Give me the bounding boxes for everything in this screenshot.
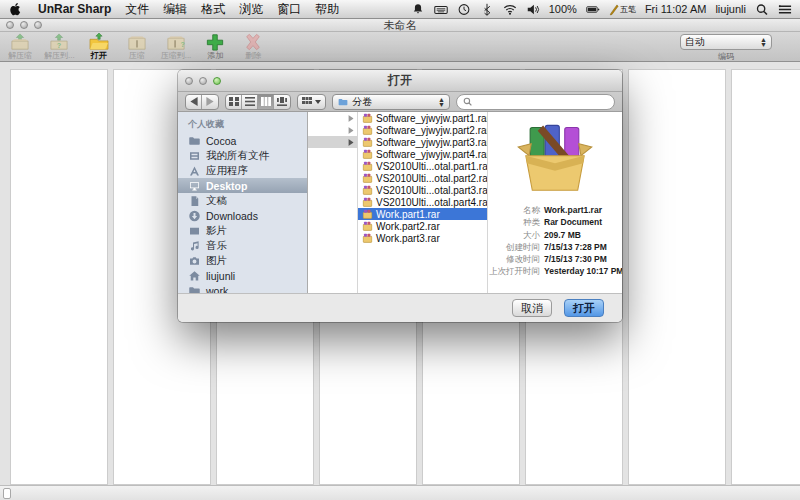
extract-to-button[interactable]: ? 解压到... [44,33,75,60]
file-row[interactable]: VS2010Ulti...otal.part2.rar [358,172,487,184]
menu-item-help[interactable]: 帮助 [315,1,339,18]
file-name: Software_yjwyjw.part2.rar [376,125,488,136]
file-name: VS2010Ulti...otal.part1.rar [376,161,488,172]
extract-button[interactable]: 解压缩 [6,33,34,60]
notification-center-icon[interactable] [778,3,792,16]
menu-item-file[interactable]: 文件 [125,1,149,18]
sidebar-item[interactable]: 文稿 [178,193,307,208]
wifi-icon[interactable] [503,3,517,16]
sidebar-item[interactable]: liujunli [178,268,307,283]
spotlight-search-icon[interactable] [755,3,769,16]
bluetooth-icon[interactable] [480,3,494,16]
forward-button[interactable] [202,95,218,109]
sidebar-item[interactable]: 应用程序 [178,163,307,178]
chevron-right-icon [348,115,354,122]
apple-icon[interactable] [8,3,22,16]
search-input[interactable] [475,96,608,107]
rar-file-icon [362,221,373,231]
menu-item-view[interactable]: 浏览 [239,1,263,18]
chevron-right-icon [348,127,354,134]
battery-icon[interactable] [586,3,600,16]
sidebar-item[interactable]: Cocoa [178,133,307,148]
rar-file-icon [362,113,373,123]
file-row[interactable]: VS2010Ulti...otal.part3.rar [358,184,487,196]
file-info-row: 上次打开时间 Yesterday 10:17 PM [488,265,622,277]
movies-icon [188,225,201,237]
parent-folder-row[interactable] [308,112,357,124]
input-method-label: 五笔 [620,4,636,15]
info-value: 7/15/13 7:30 PM [544,253,607,265]
app-name[interactable]: UnRar Sharp [38,2,111,16]
icon-view-button[interactable] [226,95,242,109]
column-view-button[interactable] [258,95,274,109]
desktop-icon [188,180,201,192]
sidebar-item[interactable]: 音乐 [178,238,307,253]
sidebar-item[interactable]: 图片 [178,253,307,268]
file-name: Software_yjwyjw.part4.rar [376,149,488,160]
file-row[interactable]: Work.part3.rar [358,232,487,244]
location-popup[interactable]: 分卷 ▲▼ [332,94,450,110]
background-column [628,69,726,485]
bell-icon[interactable] [411,3,425,16]
compress-button[interactable]: 压缩 [123,33,151,60]
file-row[interactable]: VS2010Ulti...otal.part4.rar [358,196,487,208]
volume-icon[interactable] [526,3,540,16]
sidebar-item-label: work [206,285,228,294]
compress-to-button[interactable]: ? 压缩到... [161,33,192,60]
search-field[interactable] [456,94,615,110]
location-label: 分卷 [352,95,435,109]
file-row[interactable]: Work.part1.rar [358,208,487,220]
list-view-button[interactable] [242,95,258,109]
encoding-label: 编码 [680,51,772,62]
file-info-row: 创建时间 7/15/13 7:28 PM [488,241,622,253]
open-button[interactable]: 打开 [85,33,113,60]
file-row[interactable]: Software_yjwyjw.part4.rar [358,148,487,160]
menu-bar-clock[interactable]: Fri 11:02 AM [645,3,707,15]
coverflow-view-button[interactable] [274,95,290,109]
sidebar-item-label: 我的所有文件 [206,149,269,163]
menu-item-format[interactable]: 格式 [201,1,225,18]
sidebar-item[interactable]: 我的所有文件 [178,148,307,163]
cancel-button[interactable]: 取消 [512,299,552,317]
sidebar-item-label: Cocoa [206,135,236,147]
menu-item-window[interactable]: 窗口 [277,1,301,18]
folder-icon [337,97,349,107]
delete-button[interactable]: 删除 [239,33,267,60]
sidebar-item[interactable]: Downloads [178,208,307,223]
file-row[interactable]: Software_yjwyjw.part1.rar [358,112,487,124]
encoding-select[interactable]: 自动 ▲▼ [680,34,772,50]
file-row[interactable]: Software_yjwyjw.part2.rar [358,124,487,136]
parent-folder-row-selected[interactable] [308,136,357,148]
keyboard-icon[interactable] [434,3,448,16]
arrange-button[interactable] [297,94,326,110]
input-method-icon[interactable]: 五笔 [609,3,636,16]
scroll-knob[interactable] [3,488,11,499]
window-titlebar[interactable]: 未命名 [0,19,800,32]
sidebar-item[interactable]: 影片 [178,223,307,238]
pictures-icon [188,255,201,267]
sidebar-item[interactable]: Desktop [178,178,307,193]
rar-file-icon [362,185,373,195]
sidebar-item-label: liujunli [206,270,235,282]
documents-icon [188,195,201,207]
time-machine-icon[interactable] [457,3,471,16]
rar-file-icon [362,149,373,159]
open-confirm-button[interactable]: 打开 [564,299,604,317]
file-name: Software_yjwyjw.part3.rar [376,137,488,148]
user-menu[interactable]: liujunli [715,3,746,15]
file-row[interactable]: Software_yjwyjw.part3.rar [358,136,487,148]
sidebar-item[interactable]: work [178,283,307,293]
file-row[interactable]: VS2010Ulti...otal.part1.rar [358,160,487,172]
parent-folder-row[interactable] [308,124,357,136]
menu-item-edit[interactable]: 编辑 [163,1,187,18]
file-row[interactable]: Work.part2.rar [358,220,487,232]
dialog-title: 打开 [178,72,622,89]
add-button[interactable]: 添加 [201,33,229,60]
dialog-titlebar[interactable]: 打开 [178,70,622,92]
back-button[interactable] [186,95,202,109]
rar-file-icon [362,137,373,147]
parent-folder-column [308,112,358,293]
sidebar-item-label: 影片 [206,224,227,238]
info-label: 种类 [488,216,540,228]
dialog-toolbar: 分卷 ▲▼ [178,92,622,112]
